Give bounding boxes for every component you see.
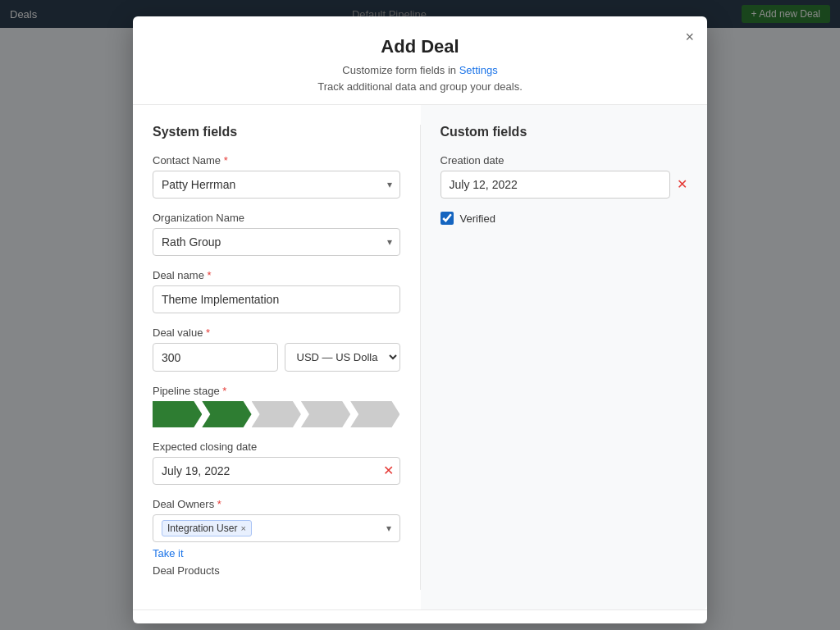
deal-owners-field: Deal Owners * Integration User × ▾ Take … [153, 498, 400, 577]
org-name-select-wrapper: Rath Group [153, 228, 400, 256]
deal-name-input[interactable] [153, 285, 400, 313]
remove-owner-button[interactable]: × [240, 523, 245, 533]
closing-date-field: Expected closing date ✕ [153, 441, 400, 485]
deal-owners-select[interactable]: Integration User × ▾ [153, 514, 400, 542]
close-button[interactable]: × [685, 30, 694, 44]
creation-date-field: Creation date ✕ [441, 154, 688, 199]
closing-date-wrapper: ✕ [153, 457, 400, 485]
verified-label: Verified [460, 212, 495, 225]
deal-value-label: Deal value * [153, 326, 400, 339]
subtitle-suffix: Track additional data and group your dea… [317, 80, 523, 93]
deal-value-input[interactable] [153, 343, 278, 372]
stage-5[interactable] [350, 401, 399, 427]
closing-date-input[interactable] [153, 457, 400, 485]
system-fields-panel: System fields Contact Name * Patty Herrm… [153, 125, 421, 590]
contact-name-label: Contact Name * [153, 154, 400, 167]
stage-3[interactable] [252, 401, 301, 427]
modal-footer: Create Deal [133, 609, 707, 623]
take-it-link[interactable]: Take it [153, 547, 400, 559]
modal-overlay: Add Deal Customize form fields in Settin… [0, 0, 840, 630]
pipeline-stage-field: Pipeline stage * [153, 385, 400, 427]
creation-date-row: ✕ [441, 171, 688, 199]
add-deal-modal: Add Deal Customize form fields in Settin… [133, 16, 707, 623]
contact-name-field: Contact Name * Patty Herrman [153, 154, 400, 199]
owner-tag-label: Integration User [167, 523, 237, 534]
verified-row: Verified [441, 212, 688, 225]
closing-date-clear-button[interactable]: ✕ [383, 464, 394, 477]
org-name-label: Organization Name [153, 212, 400, 224]
org-name-select[interactable]: Rath Group [153, 228, 400, 256]
stage-1[interactable] [153, 401, 202, 427]
settings-link[interactable]: Settings [459, 64, 498, 76]
deal-owners-label: Deal Owners * [153, 498, 400, 510]
deal-name-field: Deal name * [153, 269, 400, 313]
system-fields-title: System fields [153, 125, 400, 139]
currency-select[interactable]: USD — US Dolla [285, 343, 400, 372]
modal-body: System fields Contact Name * Patty Herrm… [133, 105, 707, 609]
contact-name-select-wrapper: Patty Herrman [153, 171, 400, 199]
verified-checkbox[interactable] [441, 212, 454, 225]
creation-date-input[interactable] [441, 171, 671, 199]
pipeline-stages [153, 401, 400, 427]
modal-title: Add Deal [153, 36, 687, 57]
pipeline-stage-label: Pipeline stage * [153, 385, 400, 397]
modal-subtitle: Customize form fields in Settings Track … [153, 62, 687, 94]
org-name-field: Organization Name Rath Group [153, 212, 400, 256]
closing-date-label: Expected closing date [153, 441, 400, 453]
contact-name-select[interactable]: Patty Herrman [153, 171, 400, 199]
custom-fields-title: Custom fields [441, 125, 688, 139]
creation-date-label: Creation date [441, 154, 688, 167]
subtitle-prefix: Customize form fields in [342, 64, 459, 76]
modal-header: Add Deal Customize form fields in Settin… [133, 16, 707, 105]
creation-date-remove-button[interactable]: ✕ [677, 178, 687, 191]
deal-value-field: Deal value * USD — US Dolla [153, 326, 400, 372]
stage-4[interactable] [301, 401, 350, 427]
deal-name-label: Deal name * [153, 269, 400, 281]
owners-chevron-icon: ▾ [386, 523, 391, 534]
owner-tag: Integration User × [162, 520, 252, 536]
deal-value-row: USD — US Dolla [153, 343, 400, 372]
custom-fields-panel: Custom fields Creation date ✕ Verified [421, 105, 708, 609]
deal-products-link[interactable]: Deal Products [153, 564, 400, 577]
stage-2[interactable] [202, 401, 251, 427]
